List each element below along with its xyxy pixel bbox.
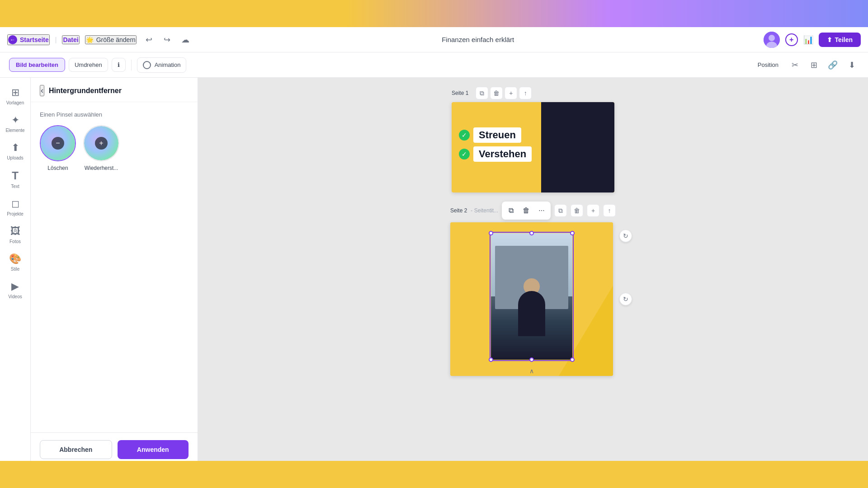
- sidebar-item-projekte[interactable]: ◻ Projekte: [2, 194, 29, 220]
- size-emoji: 🌟: [86, 36, 94, 43]
- grid-icon-button[interactable]: ⊞: [807, 58, 821, 72]
- canvas-area: Seite 1 ⧉ 🗑 + ↑ ✓ Streuen: [198, 78, 868, 466]
- page1-content: ✓ Streuen ✓ Verstehen: [452, 102, 614, 173]
- sidebar-item-text[interactable]: T Text: [2, 166, 29, 192]
- uploads-label: Uploads: [7, 155, 24, 160]
- bottom-decorative-bar: [0, 461, 868, 488]
- videos-icon: ▶: [11, 281, 19, 292]
- page2-subtitle: - Seitentit...: [471, 207, 498, 214]
- save-cloud-button[interactable]: ☁: [178, 33, 193, 47]
- edit-image-button[interactable]: Bild bearbeiten: [9, 58, 65, 72]
- page2-delete-button[interactable]: 🗑: [571, 204, 583, 217]
- fotos-label: Fotos: [9, 239, 21, 244]
- ctx-more-button[interactable]: ···: [534, 203, 549, 218]
- uploads-icon: ⬆: [11, 142, 19, 154]
- crop-icon-button[interactable]: ✂: [788, 58, 802, 72]
- analytics-icon[interactable]: 📊: [803, 35, 813, 45]
- info-button[interactable]: ℹ: [112, 58, 126, 72]
- download-icon-button[interactable]: ⬇: [844, 58, 859, 72]
- apply-button[interactable]: Anwenden: [118, 440, 189, 459]
- ctx-copy-button[interactable]: ⧉: [504, 203, 518, 218]
- back-icon: ←: [8, 35, 17, 44]
- add-collaborator-button[interactable]: +: [785, 33, 798, 46]
- brush-restore-icon: +: [95, 137, 108, 150]
- home-label: Startseite: [20, 36, 49, 43]
- check2-row: ✓ Verstehen: [459, 146, 607, 162]
- page2-container: Seite 2 - Seitentit... ⧉ 🗑 ··· ⧉ 🗑 + ↑: [450, 202, 616, 376]
- handle-bm[interactable]: [529, 357, 534, 362]
- animation-button[interactable]: Animation: [137, 57, 187, 73]
- ctx-delete-button[interactable]: 🗑: [519, 203, 533, 218]
- top-decorative-bar: [0, 0, 868, 27]
- flip-button[interactable]: Umdrehen: [69, 58, 108, 72]
- handle-tr[interactable]: [570, 231, 575, 235]
- resize-button[interactable]: 🌟 Größe ändern: [85, 35, 137, 44]
- brush-delete-circle: −: [40, 125, 76, 161]
- check2-icon: ✓: [459, 149, 470, 160]
- avatar[interactable]: [764, 32, 780, 48]
- undo-button[interactable]: ↩: [142, 33, 156, 47]
- brush-restore-item[interactable]: + Wiederherst...: [83, 125, 119, 171]
- cancel-button[interactable]: Abbrechen: [40, 440, 112, 459]
- sidebar-item-vorlagen[interactable]: ⊞ Vorlagen: [2, 83, 29, 109]
- person-photo: [491, 233, 572, 360]
- flip-label: Umdrehen: [75, 61, 102, 68]
- rotate-handle-top[interactable]: ↻: [619, 230, 632, 242]
- file-menu[interactable]: Datei: [62, 35, 79, 44]
- handle-tl[interactable]: [489, 231, 493, 235]
- text-label: Text: [11, 184, 19, 189]
- size-label: Größe ändern: [96, 36, 136, 43]
- panel-content: Einen Pinsel auswählen − Löschen +: [31, 102, 198, 432]
- panel-subtitle: Einen Pinsel auswählen: [40, 111, 189, 118]
- sidebar: ⊞ Vorlagen ✦ Elemente ⬆ Uploads T Text ◻…: [0, 78, 31, 466]
- share-button[interactable]: ⬆ Teilen: [819, 33, 861, 47]
- link-icon-button[interactable]: 🔗: [826, 58, 840, 72]
- handle-tm[interactable]: [529, 231, 534, 235]
- svg-point-1: [769, 35, 775, 41]
- redo-button[interactable]: ↪: [160, 33, 175, 47]
- header-right: + 📊 ⬆ Teilen: [764, 32, 861, 48]
- person-body: [516, 278, 547, 360]
- fotos-icon: 🖼: [10, 225, 20, 237]
- brush-restore-circle: +: [83, 125, 119, 161]
- sidebar-item-videos[interactable]: ▶ Videos: [2, 277, 29, 303]
- rotate-handle-mid[interactable]: ↻: [619, 293, 632, 305]
- page1-add-button[interactable]: +: [505, 87, 517, 99]
- panel-header: ‹ Hintergrundentferner: [31, 78, 198, 102]
- sidebar-item-elemente[interactable]: ✦ Elemente: [2, 111, 29, 136]
- check1-row: ✓ Streuen: [459, 127, 607, 143]
- handle-bl[interactable]: [489, 357, 493, 362]
- position-button[interactable]: Position: [753, 59, 783, 71]
- selected-image-container[interactable]: [491, 233, 572, 360]
- check1-text: Streuen: [473, 127, 521, 143]
- page1-copy-button[interactable]: ⧉: [476, 87, 488, 99]
- page2-add-button[interactable]: +: [587, 204, 599, 217]
- toolbar-separator: [131, 60, 132, 70]
- page2-export-button[interactable]: ↑: [603, 204, 616, 217]
- brush-restore-label: Wiederherst...: [85, 165, 118, 171]
- undo-redo-group: ↩ ↪ ☁: [142, 33, 193, 47]
- brush-grid: − Löschen + Wiederherst...: [40, 125, 189, 171]
- sidebar-item-stile[interactable]: 🎨 Stile: [2, 249, 29, 275]
- page1-export-button[interactable]: ↑: [519, 87, 532, 99]
- slide-expand-btn[interactable]: ∧: [525, 368, 538, 374]
- stile-label: Stile: [11, 267, 19, 272]
- sidebar-item-uploads[interactable]: ⬆ Uploads: [2, 138, 29, 164]
- projekte-icon: ◻: [11, 198, 19, 210]
- brush-delete-item[interactable]: − Löschen: [40, 125, 76, 171]
- page2-copy-button[interactable]: ⧉: [554, 204, 567, 217]
- handle-br[interactable]: [570, 357, 575, 362]
- check2-text: Verstehen: [473, 146, 532, 162]
- page1-delete-button[interactable]: 🗑: [490, 87, 503, 99]
- elemente-label: Elemente: [5, 128, 24, 133]
- projekte-label: Projekte: [7, 211, 24, 216]
- home-button[interactable]: ← Startseite: [7, 34, 50, 45]
- animation-toggle-icon: [143, 61, 151, 69]
- info-icon: ℹ: [118, 61, 120, 68]
- header-center: Finanzen einfach erklärt: [200, 36, 756, 44]
- panel-back-button[interactable]: ‹: [40, 85, 44, 96]
- toolbar-right: Position ✂ ⊞ 🔗 ⬇: [753, 58, 859, 72]
- check1-icon: ✓: [459, 130, 470, 141]
- context-menu: ⧉ 🗑 ···: [502, 202, 551, 220]
- sidebar-item-fotos[interactable]: 🖼 Fotos: [2, 222, 29, 248]
